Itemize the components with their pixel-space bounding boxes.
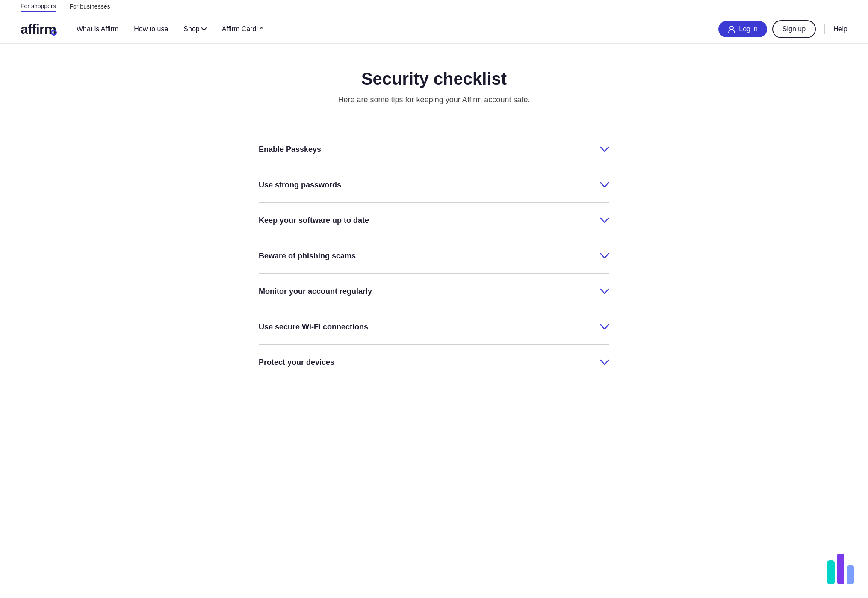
top-bar: For shoppers For businesses (0, 0, 868, 15)
nav-actions: Log in Sign up Help (718, 20, 847, 38)
deco-bar-teal (827, 560, 835, 584)
accordion-item: Beware of phishing scams (259, 238, 609, 274)
logo[interactable]: affirm (21, 21, 56, 37)
accordion-header[interactable]: Monitor your account regularly (259, 274, 609, 309)
deco-bar-purple (837, 554, 844, 584)
accordion-item: Keep your software up to date (259, 203, 609, 238)
deco-bars (827, 554, 854, 584)
chevron-down-icon (600, 215, 609, 226)
page-title: Security checklist (252, 69, 616, 89)
accordion-item: Protect your devices (259, 345, 609, 380)
for-shoppers-link[interactable]: For shoppers (21, 3, 56, 12)
user-icon (728, 25, 735, 33)
chevron-down-icon (600, 250, 609, 261)
accordion-header[interactable]: Keep your software up to date (259, 203, 609, 238)
accordion-item: Use strong passwords (259, 167, 609, 203)
nav-divider (824, 24, 825, 34)
logo-circle-icon (51, 30, 57, 36)
accordion-title: Beware of phishing scams (259, 252, 356, 261)
accordion-item: Monitor your account regularly (259, 274, 609, 309)
chevron-down-icon (600, 357, 609, 368)
accordion-item: Enable Passkeys (259, 132, 609, 167)
accordion-title: Keep your software up to date (259, 216, 369, 225)
help-button[interactable]: Help (833, 25, 847, 33)
chevron-down-icon (600, 144, 609, 155)
login-label: Log in (739, 25, 758, 33)
deco-bar-blue (847, 565, 854, 584)
shop-label: Shop (183, 25, 199, 33)
accordion: Enable Passkeys Use strong passwords Kee… (259, 132, 609, 380)
what-is-affirm-link[interactable]: What is Affirm (77, 25, 118, 33)
accordion-title: Use secure Wi-Fi connections (259, 323, 368, 332)
logo-text: affirm (21, 21, 56, 37)
accordion-title: Protect your devices (259, 358, 334, 367)
accordion-header[interactable]: Beware of phishing scams (259, 238, 609, 273)
svg-point-0 (730, 26, 733, 30)
accordion-header[interactable]: Use secure Wi-Fi connections (259, 309, 609, 344)
shop-chevron-icon (201, 27, 207, 31)
accordion-item: Use secure Wi-Fi connections (259, 309, 609, 345)
signup-button[interactable]: Sign up (772, 20, 816, 38)
chevron-down-icon (600, 321, 609, 332)
affirm-card-link[interactable]: Affirm Card™ (222, 25, 263, 33)
main-content: Security checklist Here are some tips fo… (242, 44, 626, 414)
page-subtitle: Here are some tips for keeping your Affi… (252, 95, 616, 104)
accordion-title: Monitor your account regularly (259, 287, 372, 296)
how-to-use-link[interactable]: How to use (134, 25, 168, 33)
accordion-header[interactable]: Protect your devices (259, 345, 609, 380)
nav-links: What is Affirm How to use Shop Affirm Ca… (77, 25, 718, 33)
accordion-title: Use strong passwords (259, 181, 341, 189)
for-businesses-link[interactable]: For businesses (69, 3, 110, 12)
accordion-header[interactable]: Use strong passwords (259, 167, 609, 202)
chevron-down-icon (600, 286, 609, 297)
main-nav: affirm What is Affirm How to use Shop Af… (0, 15, 868, 44)
chevron-down-icon (600, 179, 609, 190)
login-button[interactable]: Log in (718, 21, 767, 37)
accordion-header[interactable]: Enable Passkeys (259, 132, 609, 167)
shop-link[interactable]: Shop (183, 25, 206, 33)
accordion-title: Enable Passkeys (259, 145, 321, 154)
